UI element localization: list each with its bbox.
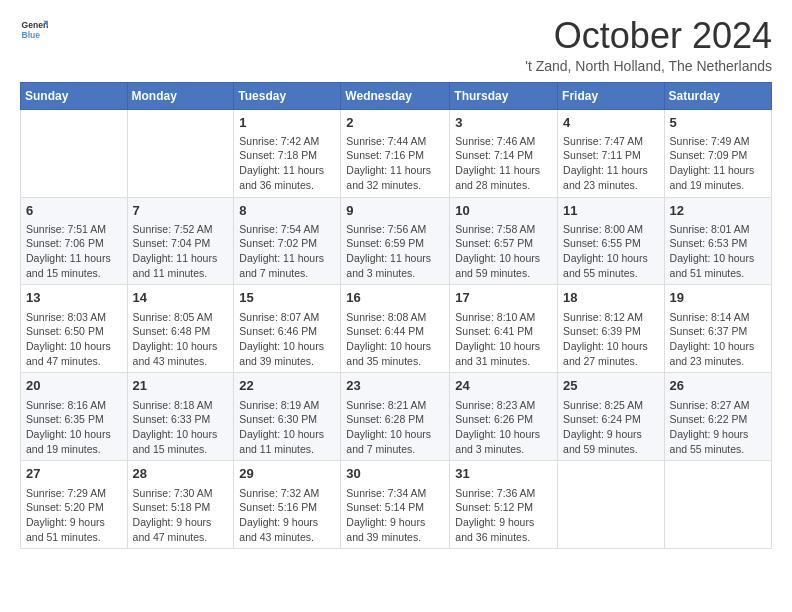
sunset: Sunset: 5:12 PM [455,501,533,513]
calendar-cell: 24Sunrise: 8:23 AMSunset: 6:26 PMDayligh… [450,373,558,461]
sunset: Sunset: 6:46 PM [239,325,317,337]
sunset: Sunset: 6:26 PM [455,413,533,425]
logo: General Blue [20,16,48,44]
sunrise: Sunrise: 8:07 AM [239,311,319,323]
calendar-week-row: 13Sunrise: 8:03 AMSunset: 6:50 PMDayligh… [21,285,772,373]
calendar-cell: 22Sunrise: 8:19 AMSunset: 6:30 PMDayligh… [234,373,341,461]
sunset: Sunset: 7:02 PM [239,237,317,249]
sunrise: Sunrise: 7:52 AM [133,223,213,235]
daylight: Daylight: 9 hours and 36 minutes. [455,516,534,543]
day-info: Sunrise: 7:36 AMSunset: 5:12 PMDaylight:… [455,486,552,545]
daylight: Daylight: 10 hours and 55 minutes. [563,252,648,279]
calendar-cell: 18Sunrise: 8:12 AMSunset: 6:39 PMDayligh… [558,285,665,373]
calendar-cell: 17Sunrise: 8:10 AMSunset: 6:41 PMDayligh… [450,285,558,373]
sunrise: Sunrise: 7:49 AM [670,135,750,147]
sunset: Sunset: 6:37 PM [670,325,748,337]
daylight: Daylight: 10 hours and 43 minutes. [133,340,218,367]
day-number: 16 [346,289,444,307]
day-number: 11 [563,202,659,220]
daylight: Daylight: 10 hours and 27 minutes. [563,340,648,367]
sunset: Sunset: 6:41 PM [455,325,533,337]
daylight: Daylight: 10 hours and 11 minutes. [239,428,324,455]
sunrise: Sunrise: 7:36 AM [455,487,535,499]
calendar-cell: 7Sunrise: 7:52 AMSunset: 7:04 PMDaylight… [127,197,234,285]
calendar-cell: 3Sunrise: 7:46 AMSunset: 7:14 PMDaylight… [450,109,558,197]
day-info: Sunrise: 7:51 AMSunset: 7:06 PMDaylight:… [26,222,122,281]
daylight: Daylight: 10 hours and 7 minutes. [346,428,431,455]
daylight: Daylight: 10 hours and 47 minutes. [26,340,111,367]
header-wednesday: Wednesday [341,82,450,109]
calendar-week-row: 1Sunrise: 7:42 AMSunset: 7:18 PMDaylight… [21,109,772,197]
header-monday: Monday [127,82,234,109]
sunrise: Sunrise: 7:34 AM [346,487,426,499]
sunrise: Sunrise: 8:01 AM [670,223,750,235]
calendar-cell: 14Sunrise: 8:05 AMSunset: 6:48 PMDayligh… [127,285,234,373]
day-number: 26 [670,377,766,395]
day-number: 23 [346,377,444,395]
sunrise: Sunrise: 7:32 AM [239,487,319,499]
day-info: Sunrise: 7:29 AMSunset: 5:20 PMDaylight:… [26,486,122,545]
day-info: Sunrise: 7:56 AMSunset: 6:59 PMDaylight:… [346,222,444,281]
sunset: Sunset: 5:18 PM [133,501,211,513]
calendar-week-row: 27Sunrise: 7:29 AMSunset: 5:20 PMDayligh… [21,461,772,549]
sunrise: Sunrise: 8:03 AM [26,311,106,323]
day-number: 5 [670,114,766,132]
day-number: 12 [670,202,766,220]
sunset: Sunset: 6:30 PM [239,413,317,425]
day-info: Sunrise: 8:10 AMSunset: 6:41 PMDaylight:… [455,310,552,369]
day-info: Sunrise: 8:23 AMSunset: 6:26 PMDaylight:… [455,398,552,457]
calendar-cell: 1Sunrise: 7:42 AMSunset: 7:18 PMDaylight… [234,109,341,197]
day-number: 10 [455,202,552,220]
daylight: Daylight: 11 hours and 11 minutes. [133,252,218,279]
day-number: 18 [563,289,659,307]
calendar-cell: 25Sunrise: 8:25 AMSunset: 6:24 PMDayligh… [558,373,665,461]
day-number: 4 [563,114,659,132]
sunset: Sunset: 6:35 PM [26,413,104,425]
calendar-cell: 21Sunrise: 8:18 AMSunset: 6:33 PMDayligh… [127,373,234,461]
calendar-page: General Blue October 2024 't Zand, North… [0,0,792,565]
daylight: Daylight: 11 hours and 3 minutes. [346,252,431,279]
header-thursday: Thursday [450,82,558,109]
sunset: Sunset: 6:28 PM [346,413,424,425]
title-block: October 2024 't Zand, North Holland, The… [525,16,772,74]
sunrise: Sunrise: 8:19 AM [239,399,319,411]
day-info: Sunrise: 7:46 AMSunset: 7:14 PMDaylight:… [455,134,552,193]
calendar-cell: 11Sunrise: 8:00 AMSunset: 6:55 PMDayligh… [558,197,665,285]
sunrise: Sunrise: 7:51 AM [26,223,106,235]
sunrise: Sunrise: 8:25 AM [563,399,643,411]
calendar-cell: 15Sunrise: 8:07 AMSunset: 6:46 PMDayligh… [234,285,341,373]
sunrise: Sunrise: 7:42 AM [239,135,319,147]
day-info: Sunrise: 7:52 AMSunset: 7:04 PMDaylight:… [133,222,229,281]
day-info: Sunrise: 8:18 AMSunset: 6:33 PMDaylight:… [133,398,229,457]
daylight: Daylight: 11 hours and 32 minutes. [346,164,431,191]
sunset: Sunset: 5:20 PM [26,501,104,513]
sunset: Sunset: 6:53 PM [670,237,748,249]
day-info: Sunrise: 8:07 AMSunset: 6:46 PMDaylight:… [239,310,335,369]
day-info: Sunrise: 7:30 AMSunset: 5:18 PMDaylight:… [133,486,229,545]
sunrise: Sunrise: 7:44 AM [346,135,426,147]
sunset: Sunset: 7:18 PM [239,149,317,161]
sunset: Sunset: 6:44 PM [346,325,424,337]
daylight: Daylight: 10 hours and 51 minutes. [670,252,755,279]
day-number: 9 [346,202,444,220]
calendar-cell: 9Sunrise: 7:56 AMSunset: 6:59 PMDaylight… [341,197,450,285]
day-info: Sunrise: 8:01 AMSunset: 6:53 PMDaylight:… [670,222,766,281]
calendar-cell: 27Sunrise: 7:29 AMSunset: 5:20 PMDayligh… [21,461,128,549]
sunset: Sunset: 7:14 PM [455,149,533,161]
day-info: Sunrise: 7:58 AMSunset: 6:57 PMDaylight:… [455,222,552,281]
daylight: Daylight: 9 hours and 39 minutes. [346,516,425,543]
day-info: Sunrise: 7:42 AMSunset: 7:18 PMDaylight:… [239,134,335,193]
daylight: Daylight: 11 hours and 19 minutes. [670,164,755,191]
sunset: Sunset: 6:55 PM [563,237,641,249]
calendar-cell: 30Sunrise: 7:34 AMSunset: 5:14 PMDayligh… [341,461,450,549]
day-number: 27 [26,465,122,483]
calendar-cell: 29Sunrise: 7:32 AMSunset: 5:16 PMDayligh… [234,461,341,549]
sunset: Sunset: 6:39 PM [563,325,641,337]
calendar-cell: 4Sunrise: 7:47 AMSunset: 7:11 PMDaylight… [558,109,665,197]
day-number: 2 [346,114,444,132]
calendar-cell: 12Sunrise: 8:01 AMSunset: 6:53 PMDayligh… [664,197,771,285]
calendar-cell: 31Sunrise: 7:36 AMSunset: 5:12 PMDayligh… [450,461,558,549]
daylight: Daylight: 9 hours and 55 minutes. [670,428,749,455]
sunrise: Sunrise: 8:05 AM [133,311,213,323]
calendar-cell: 5Sunrise: 7:49 AMSunset: 7:09 PMDaylight… [664,109,771,197]
